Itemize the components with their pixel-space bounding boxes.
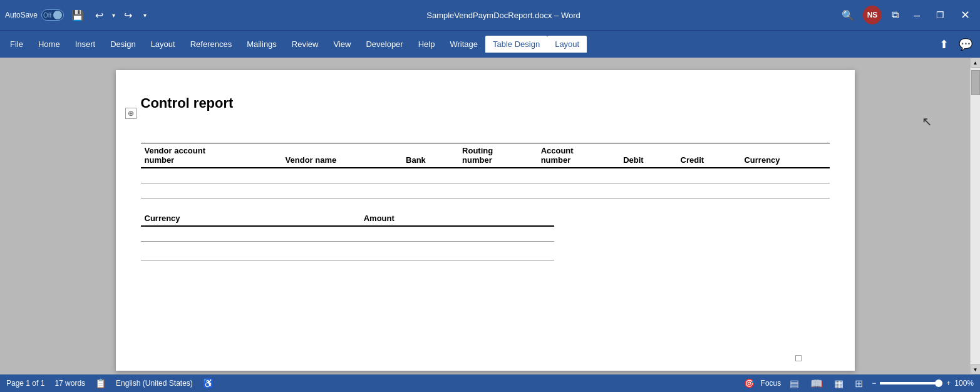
app-name: Word — [561, 11, 580, 20]
menu-help[interactable]: Help — [411, 36, 443, 53]
table-resize-handle[interactable] — [795, 355, 802, 361]
zoom-slider-fill — [880, 382, 942, 384]
currency-table-row-2 — [141, 242, 554, 260]
status-bar: Page 1 of 1 17 words 📋 English (United S… — [0, 374, 980, 392]
col-currency: Currency — [740, 143, 829, 168]
scroll-up-button[interactable]: ▲ — [971, 58, 981, 68]
cell-empty-6 — [619, 168, 676, 183]
undo-redo-group: ↩ ▾ ↪ — [91, 7, 136, 24]
vertical-scrollbar[interactable]: ▲ ▼ — [970, 58, 980, 374]
cell-currency-empty2 — [141, 242, 360, 260]
scroll-track[interactable] — [971, 68, 980, 364]
document-area: ⊕ Control report Vendor accountnumber Ve… — [0, 58, 980, 374]
menu-review[interactable]: Review — [284, 36, 326, 53]
word-count[interactable]: 17 words — [54, 379, 85, 388]
search-icon[interactable]: 🔍 — [839, 7, 857, 24]
comments-icon[interactable]: 💬 — [954, 35, 977, 54]
scroll-down-button[interactable]: ▼ — [971, 364, 981, 374]
cell-amount-empty2 — [360, 242, 554, 260]
autosave-label: AutoSave — [5, 11, 38, 19]
col-routing-number: Routingnumber — [458, 143, 537, 168]
menu-table-design[interactable]: Table Design — [485, 36, 547, 53]
share-icon[interactable]: ⬆ — [934, 35, 954, 54]
quick-access-dropdown-icon[interactable]: ▾ — [140, 9, 150, 21]
cell-empty-4 — [458, 168, 537, 183]
menu-layout[interactable]: Layout — [143, 36, 183, 53]
menu-design[interactable]: Design — [103, 36, 143, 53]
restore-down-icon[interactable]: ⧉ — [888, 7, 902, 23]
print-layout-icon[interactable]: ▤ — [787, 376, 802, 391]
vendor-table-row-2 — [141, 183, 830, 199]
minimize-button[interactable]: – — [909, 0, 925, 30]
page-info[interactable]: Page 1 of 1 — [6, 379, 44, 388]
outline-icon[interactable]: ⊞ — [852, 376, 865, 391]
col-account-number: Accountnumber — [537, 143, 620, 168]
vendor-table: Vendor accountnumber Vendor name Bank Ro… — [141, 143, 830, 199]
col-debit: Debit — [619, 143, 676, 168]
cell-amount-empty — [360, 226, 554, 242]
menu-writage[interactable]: Writage — [442, 36, 485, 53]
title-bar-right: 🔍 NS ⧉ – ❐ ✕ — [839, 0, 975, 30]
vendor-table-row-empty — [141, 168, 830, 183]
undo-dropdown-icon[interactable]: ▾ — [108, 9, 119, 21]
status-bar-right: 🎯 Focus ▤ 📖 ▦ ⊞ − + 100% — [744, 376, 974, 391]
title-bar-left: AutoSave Off 💾 ↩ ▾ ↪ ▾ — [5, 7, 168, 24]
currency-table-row-empty — [141, 226, 554, 242]
title-bar-center: SampleVendPaymDocReport.docx – Word — [168, 11, 839, 20]
zoom-in-icon[interactable]: + — [946, 379, 951, 388]
cell-empty-5 — [537, 168, 620, 183]
web-layout-icon[interactable]: ▦ — [832, 376, 846, 391]
zoom-bar[interactable]: − + 100% — [872, 379, 974, 388]
menu-file[interactable]: File — [3, 36, 31, 53]
zoom-slider[interactable] — [880, 382, 942, 384]
menu-bar: File Home Insert Design Layout Reference… — [0, 30, 980, 58]
menu-insert[interactable]: Insert — [68, 36, 103, 53]
cell-empty-3 — [402, 168, 458, 183]
read-mode-icon[interactable]: 📖 — [808, 376, 825, 391]
cell-empty-1 — [141, 168, 282, 183]
document-scroll[interactable]: ⊕ Control report Vendor accountnumber Ve… — [0, 58, 970, 374]
col-vendor-name: Vendor name — [282, 143, 402, 168]
zoom-slider-thumb[interactable] — [935, 379, 942, 387]
cell-empty-2 — [282, 168, 402, 183]
table-move-handle[interactable]: ⊕ — [125, 108, 137, 119]
language[interactable]: English (United States) — [116, 379, 193, 388]
menu-view[interactable]: View — [326, 36, 358, 53]
document-filename: SampleVendPaymDocReport.docx — [426, 11, 552, 20]
menu-layout-active[interactable]: Layout — [547, 36, 587, 53]
focus-icon[interactable]: 🎯 — [744, 378, 755, 388]
toggle-knob — [53, 11, 62, 19]
col-bank: Bank — [402, 143, 458, 168]
document-check-icon[interactable]: 📋 — [95, 378, 106, 388]
title-separator: – — [554, 11, 561, 20]
currency-table: Currency Amount — [141, 211, 554, 260]
restore-button[interactable]: ❐ — [931, 0, 949, 30]
avatar[interactable]: NS — [863, 6, 882, 24]
col-credit: Credit — [677, 143, 741, 168]
toggle-state-label: Off — [43, 12, 51, 19]
accessibility-icon[interactable]: ♿ — [203, 378, 214, 388]
col-vendor-account: Vendor accountnumber — [141, 143, 282, 168]
menu-home[interactable]: Home — [31, 36, 68, 53]
menu-references[interactable]: References — [183, 36, 239, 53]
zoom-level[interactable]: 100% — [954, 379, 974, 388]
focus-label[interactable]: Focus — [761, 379, 781, 388]
col-currency2: Currency — [141, 211, 360, 226]
col-amount: Amount — [360, 211, 554, 226]
currency-table-header-row: Currency Amount — [141, 211, 554, 226]
vendor-table-header-row: Vendor accountnumber Vendor name Bank Ro… — [141, 143, 830, 168]
scroll-thumb[interactable] — [971, 70, 980, 95]
redo-icon[interactable]: ↪ — [120, 7, 136, 24]
cell-spacer — [141, 183, 830, 199]
document-page[interactable]: ⊕ Control report Vendor accountnumber Ve… — [116, 70, 855, 371]
cursor-arrow: ↖ — [922, 114, 932, 129]
save-icon[interactable]: 💾 — [68, 7, 88, 24]
menu-developer[interactable]: Developer — [358, 36, 410, 53]
menu-mailings[interactable]: Mailings — [239, 36, 284, 53]
title-bar: AutoSave Off 💾 ↩ ▾ ↪ ▾ SampleVendPaymDoc… — [0, 0, 980, 30]
autosave-toggle[interactable]: Off — [41, 9, 64, 21]
cell-empty-7 — [677, 168, 741, 183]
zoom-out-icon[interactable]: − — [872, 379, 876, 388]
close-button[interactable]: ✕ — [956, 0, 975, 30]
undo-icon[interactable]: ↩ — [91, 7, 107, 24]
